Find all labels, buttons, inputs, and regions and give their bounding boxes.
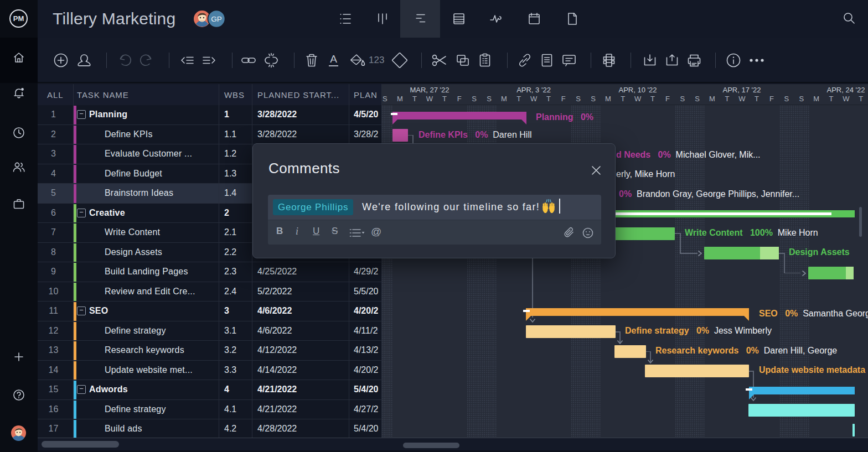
- svg-text:PM: PM: [13, 14, 24, 23]
- svg-text:A: A: [330, 53, 337, 65]
- svg-text:GP: GP: [211, 15, 222, 23]
